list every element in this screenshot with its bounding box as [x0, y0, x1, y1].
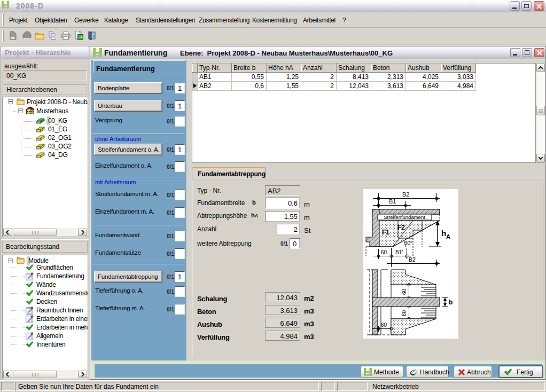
svg-text:60: 60 [401, 288, 407, 295]
svg-text:b: b [449, 299, 453, 306]
svg-text:M: M [96, 54, 99, 57]
svg-text:F2: F2 [397, 224, 405, 231]
svg-text:A: A [446, 233, 450, 240]
svg-text:60: 60 [401, 310, 407, 316]
svg-text:B2: B2 [402, 191, 409, 198]
svg-text:M: M [4, 6, 6, 9]
svg-text:B1': B1' [395, 249, 403, 255]
svg-text:Streifenfundament: Streifenfundament [384, 214, 425, 220]
svg-text:F1: F1 [382, 229, 389, 236]
svg-text:60: 60 [381, 249, 387, 255]
svg-text:h: h [441, 229, 446, 238]
svg-text:30°: 30° [404, 240, 412, 246]
svg-text:B1: B1 [389, 198, 396, 205]
svg-text:M: M [366, 373, 369, 376]
svg-text:60: 60 [381, 322, 387, 328]
svg-text:B2': B2' [409, 257, 416, 263]
